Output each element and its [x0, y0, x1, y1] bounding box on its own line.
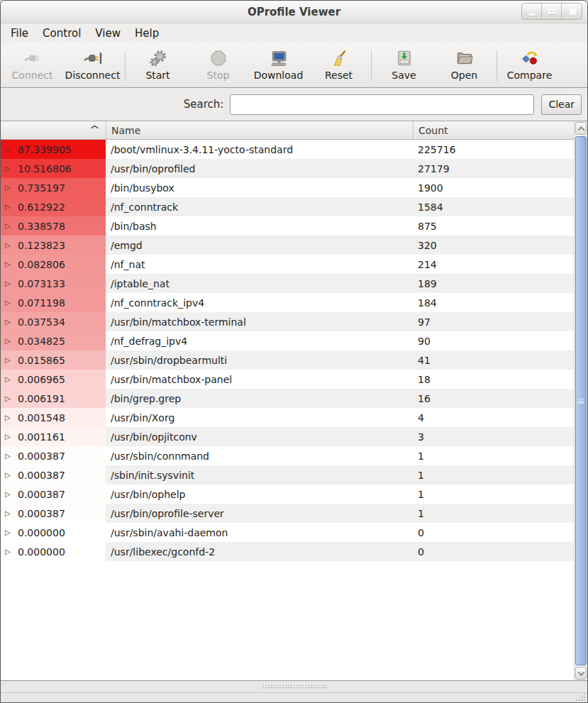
table-row[interactable]: ▷ 0.000000 /usr/sbin/avahi-daemon 0: [1, 523, 574, 542]
percent-value: 0.006191: [18, 393, 65, 404]
expander-icon[interactable]: ▷: [5, 433, 15, 441]
menu-help[interactable]: Help: [128, 24, 166, 43]
save-icon: [395, 48, 414, 68]
table-row[interactable]: ▷ 0.015865 /usr/sbin/dropbearmulti 41: [1, 350, 574, 370]
percent-cell: ▷ 0.071198: [1, 293, 106, 312]
percent-value: 0.073133: [18, 278, 65, 289]
table-row[interactable]: ▷ 0.082806 /nf_nat 214: [1, 255, 574, 274]
titlebar[interactable]: OProfile Viewer: [1, 1, 587, 23]
close-icon: [568, 8, 576, 16]
scrollbar-thumb[interactable]: [575, 136, 587, 665]
expander-icon[interactable]: ▷: [5, 509, 15, 517]
compare-button[interactable]: Compare: [499, 46, 560, 86]
column-header-name[interactable]: Name: [106, 121, 413, 139]
table-header: ^ Name Count: [1, 121, 574, 140]
table-row[interactable]: ▷ 0.001161 /usr/bin/opjitconv 3: [1, 427, 574, 446]
expander-icon[interactable]: ▷: [5, 222, 15, 230]
table-row[interactable]: ▷ 0.123823 /emgd 320: [1, 236, 574, 255]
broom-icon: [330, 48, 348, 68]
menu-view[interactable]: View: [88, 24, 128, 43]
percent-cell: ▷ 0.006191: [1, 389, 106, 408]
vertical-scrollbar[interactable]: [574, 121, 587, 680]
close-button[interactable]: [562, 4, 582, 19]
scroll-up-button[interactable]: [575, 122, 587, 135]
table-row[interactable]: ▷ 0.034825 /nf_defrag_ipv4 90: [1, 331, 574, 350]
count-cell: 0: [413, 542, 574, 561]
table-row[interactable]: ▷ 0.071198 /nf_conntrack_ipv4 184: [1, 293, 574, 312]
save-button[interactable]: Save: [374, 46, 434, 86]
start-button[interactable]: Start: [128, 46, 188, 86]
percent-cell: ▷ 0.338578: [1, 216, 106, 236]
table-row[interactable]: ▷ 0.037534 /usr/bin/matchbox-terminal 97: [1, 312, 574, 331]
search-input[interactable]: [230, 94, 534, 115]
table-row[interactable]: ▷ 0.000387 /sbin/init.sysvinit 1: [1, 465, 574, 485]
expander-icon[interactable]: ▷: [5, 279, 15, 287]
expander-icon[interactable]: ▷: [5, 184, 15, 192]
expander-icon[interactable]: ▷: [5, 471, 15, 479]
table-row[interactable]: ▷ 0.338578 /bin/bash 875: [1, 216, 574, 236]
expander-icon[interactable]: ▷: [5, 394, 15, 402]
expander-icon[interactable]: ▷: [5, 318, 15, 326]
maximize-button[interactable]: [542, 4, 562, 19]
table-row[interactable]: ▷ 0.001548 /usr/bin/Xorg 4: [1, 408, 574, 427]
table-row[interactable]: ▷ 0.073133 /iptable_nat 189: [1, 274, 574, 293]
resize-grip-icon[interactable]: [575, 693, 585, 701]
column-header-percent[interactable]: ^: [1, 121, 106, 139]
percent-value: 0.000387: [18, 450, 65, 462]
table-row[interactable]: ▷ 10.516806 /usr/bin/oprofiled 27179: [1, 159, 574, 178]
expander-icon[interactable]: ▷: [5, 165, 15, 172]
profile-table: ^ Name Count ▷ 87.339905 /boot/vmlinux-3…: [1, 121, 574, 561]
expander-icon[interactable]: ▷: [5, 299, 15, 306]
expander-icon[interactable]: ▷: [5, 528, 15, 536]
sort-ascending-icon: ^: [89, 124, 100, 136]
expander-icon[interactable]: ▷: [5, 145, 15, 153]
expander-icon[interactable]: ▷: [5, 414, 15, 421]
expander-icon[interactable]: ▷: [5, 203, 15, 211]
expander-icon[interactable]: ▷: [5, 548, 15, 555]
table-row[interactable]: ▷ 0.735197 /bin/busybox 1900: [1, 178, 574, 197]
count-cell: 184: [413, 293, 574, 312]
percent-value: 0.000000: [18, 527, 65, 538]
window-title: OProfile Viewer: [248, 6, 340, 18]
table-row[interactable]: ▷ 0.612922 /nf_conntrack 1584: [1, 197, 574, 216]
percent-value: 10.516806: [18, 163, 72, 175]
minimize-button[interactable]: [522, 4, 542, 19]
expander-icon[interactable]: ▷: [5, 260, 15, 268]
pane-splitter[interactable]: [1, 680, 587, 692]
scroll-down-button[interactable]: [575, 667, 587, 680]
table-row[interactable]: ▷ 0.000387 /usr/bin/oprofile-server 1: [1, 504, 574, 523]
expander-icon[interactable]: ▷: [5, 337, 15, 345]
clear-button[interactable]: Clear: [541, 94, 582, 115]
menu-file[interactable]: File: [4, 24, 35, 43]
expander-icon[interactable]: ▷: [5, 241, 15, 249]
status-bar: [1, 692, 587, 702]
reset-button[interactable]: Reset: [309, 46, 369, 86]
table-row[interactable]: ▷ 87.339905 /boot/vmlinux-3.4.11-yocto-s…: [1, 140, 574, 159]
download-button[interactable]: Download: [248, 46, 309, 86]
stop-button: Stop: [188, 46, 248, 86]
percent-cell: ▷ 0.000000: [1, 523, 106, 542]
expander-icon[interactable]: ▷: [5, 356, 15, 364]
computer-icon: [270, 48, 288, 68]
gears-icon: [149, 48, 167, 68]
count-cell: 16: [413, 389, 574, 408]
table-row[interactable]: ▷ 0.000387 /usr/bin/ophelp 1: [1, 485, 574, 504]
expander-icon[interactable]: ▷: [5, 375, 15, 383]
toolbar-separator: [125, 50, 126, 82]
count-cell: 1: [413, 504, 574, 523]
table-row[interactable]: ▷ 0.006965 /usr/bin/matchbox-panel 18: [1, 370, 574, 389]
open-button[interactable]: Open: [434, 46, 494, 86]
table-row[interactable]: ▷ 0.006191 /bin/grep.grep 16: [1, 389, 574, 408]
name-cell: /iptable_nat: [106, 274, 413, 293]
disconnect-button[interactable]: Disconnect: [62, 46, 123, 86]
expander-icon[interactable]: ▷: [5, 490, 15, 498]
menu-control[interactable]: Control: [35, 24, 88, 43]
table-row[interactable]: ▷ 0.000000 /usr/libexec/gconfd-2 0: [1, 542, 574, 561]
percent-value: 0.071198: [18, 297, 65, 309]
column-header-count[interactable]: Count: [413, 121, 574, 139]
percent-cell: ▷ 0.015865: [1, 350, 106, 370]
name-cell: /nf_conntrack_ipv4: [106, 293, 413, 312]
percent-value: 0.082806: [18, 259, 65, 270]
expander-icon[interactable]: ▷: [5, 452, 15, 460]
table-row[interactable]: ▷ 0.000387 /usr/sbin/connmand 1: [1, 446, 574, 465]
